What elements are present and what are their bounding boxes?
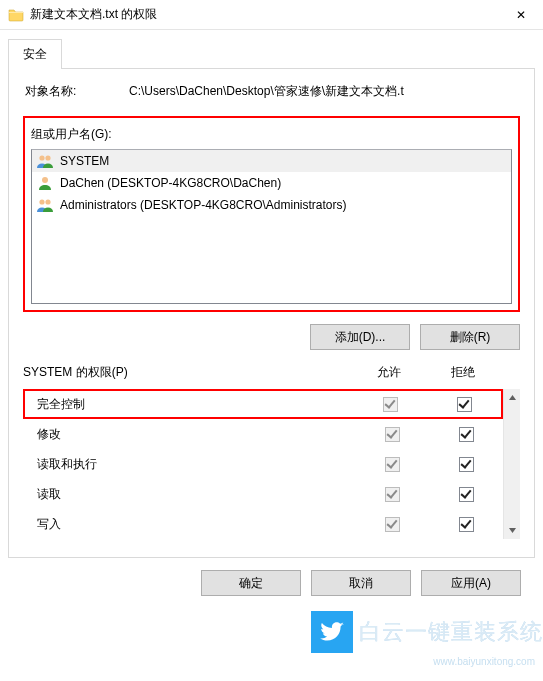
permission-name: 修改: [37, 426, 355, 443]
watermark: 白云一键重装系统: [311, 611, 543, 653]
permissions-header: SYSTEM 的权限(P) 允许 拒绝: [23, 364, 520, 381]
deny-checkbox[interactable]: [459, 517, 474, 532]
permission-name: 读取和执行: [37, 456, 355, 473]
ok-button-label: 确定: [239, 575, 263, 592]
object-name-label: 对象名称:: [25, 83, 129, 100]
permission-row: 修改: [23, 419, 503, 449]
user-buttons-row: 添加(D)... 删除(R): [23, 324, 520, 350]
permissions-list-wrap: 完全控制修改读取和执行读取写入: [23, 389, 520, 539]
deny-column-header: 拒绝: [426, 364, 500, 381]
window-title: 新建文本文档.txt 的权限: [30, 6, 498, 23]
add-button[interactable]: 添加(D)...: [310, 324, 410, 350]
permission-name: 完全控制: [37, 396, 353, 413]
allow-cell: [355, 487, 429, 502]
deny-checkbox[interactable]: [459, 457, 474, 472]
permission-name: 写入: [37, 516, 355, 533]
tab-area: 安全 对象名称: C:\Users\DaChen\Desktop\管家速修\新建…: [0, 30, 543, 610]
svg-point-1: [45, 155, 50, 160]
tab-strip: 安全: [8, 38, 535, 69]
scroll-up-arrow-icon[interactable]: [504, 389, 520, 406]
user-list-item-label: DaChen (DESKTOP-4KG8CRO\DaChen): [60, 176, 281, 190]
ok-button[interactable]: 确定: [201, 570, 301, 596]
apply-button-label: 应用(A): [451, 575, 491, 592]
titlebar: 新建文本文档.txt 的权限 ✕: [0, 0, 543, 30]
svg-point-4: [45, 199, 50, 204]
tab-content: 对象名称: C:\Users\DaChen\Desktop\管家速修\新建文本文…: [8, 69, 535, 558]
scroll-down-arrow-icon[interactable]: [504, 522, 520, 539]
allow-checkbox: [385, 457, 400, 472]
user-list-item[interactable]: Administrators (DESKTOP-4KG8CRO\Administ…: [32, 194, 511, 216]
object-name-row: 对象名称: C:\Users\DaChen\Desktop\管家速修\新建文本文…: [23, 83, 520, 100]
object-name-value: C:\Users\DaChen\Desktop\管家速修\新建文本文档.t: [129, 83, 518, 100]
deny-cell: [427, 397, 501, 412]
tab-security-label: 安全: [23, 47, 47, 61]
remove-button-label: 删除(R): [450, 329, 491, 346]
user-list[interactable]: SYSTEMDaChen (DESKTOP-4KG8CRO\DaChen)Adm…: [31, 149, 512, 304]
group-or-user-names-label: 组或用户名(G):: [31, 126, 512, 149]
user-list-item-label: Administrators (DESKTOP-4KG8CRO\Administ…: [60, 198, 347, 212]
tab-security[interactable]: 安全: [8, 39, 62, 69]
user-list-item[interactable]: DaChen (DESKTOP-4KG8CRO\DaChen): [32, 172, 511, 194]
close-icon: ✕: [516, 8, 526, 22]
deny-cell: [429, 457, 503, 472]
permission-row: 读取和执行: [23, 449, 503, 479]
permission-row: 写入: [23, 509, 503, 539]
close-button[interactable]: ✕: [498, 0, 543, 29]
user-list-item[interactable]: SYSTEM: [32, 150, 511, 172]
scroll-track[interactable]: [504, 406, 520, 522]
svg-point-3: [39, 199, 44, 204]
permissions-for-label: SYSTEM 的权限(P): [23, 364, 352, 381]
deny-cell: [429, 427, 503, 442]
permissions-list: 完全控制修改读取和执行读取写入: [23, 389, 503, 539]
svg-point-0: [39, 155, 44, 160]
deny-checkbox[interactable]: [457, 397, 472, 412]
allow-cell: [355, 427, 429, 442]
watermark-sub: www.baiyunxitong.com: [433, 656, 535, 667]
deny-cell: [429, 487, 503, 502]
remove-button[interactable]: 删除(R): [420, 324, 520, 350]
user-list-item-label: SYSTEM: [60, 154, 109, 168]
svg-point-2: [42, 177, 48, 183]
apply-button[interactable]: 应用(A): [421, 570, 521, 596]
permission-row: 读取: [23, 479, 503, 509]
allow-cell: [355, 457, 429, 472]
permission-row: 完全控制: [23, 389, 503, 419]
cancel-button[interactable]: 取消: [311, 570, 411, 596]
user-icon: [36, 174, 54, 192]
add-button-label: 添加(D)...: [335, 329, 386, 346]
allow-cell: [355, 517, 429, 532]
permissions-scrollbar[interactable]: [503, 389, 520, 539]
group-icon: [36, 196, 54, 214]
allow-checkbox: [385, 487, 400, 502]
group-or-user-names-box: 组或用户名(G): SYSTEMDaChen (DESKTOP-4KG8CRO\…: [23, 116, 520, 312]
twitter-bird-icon: [311, 611, 353, 653]
permission-name: 读取: [37, 486, 355, 503]
deny-checkbox[interactable]: [459, 427, 474, 442]
allow-checkbox: [385, 427, 400, 442]
watermark-text: 白云一键重装系统: [359, 617, 543, 647]
deny-cell: [429, 517, 503, 532]
allow-cell: [353, 397, 427, 412]
folder-icon: [8, 7, 24, 23]
deny-checkbox[interactable]: [459, 487, 474, 502]
group-icon: [36, 152, 54, 170]
allow-checkbox: [383, 397, 398, 412]
allow-checkbox: [385, 517, 400, 532]
cancel-button-label: 取消: [349, 575, 373, 592]
allow-column-header: 允许: [352, 364, 426, 381]
dialog-buttons: 确定 取消 应用(A): [8, 558, 535, 610]
